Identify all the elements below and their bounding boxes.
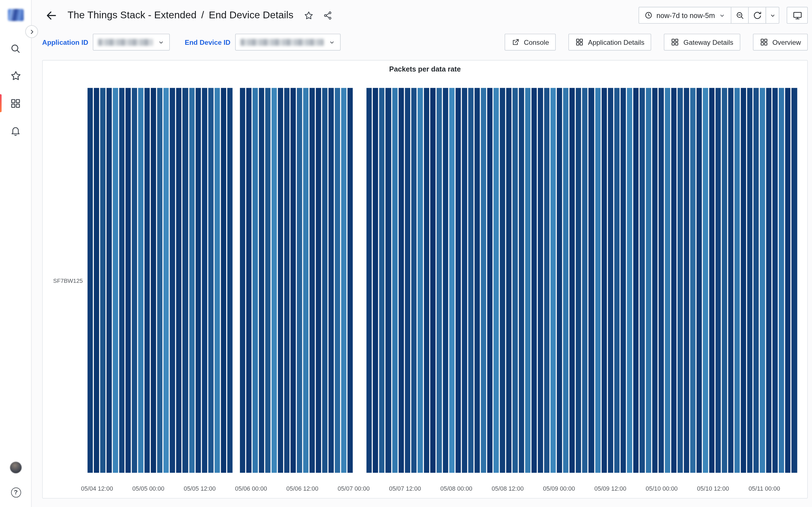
time-controls: now-7d to now-5m bbox=[639, 7, 808, 24]
sidebar-nav bbox=[0, 35, 31, 144]
x-axis: 05/04 12:0005/05 00:0005/05 12:0005/06 0… bbox=[87, 485, 797, 494]
heatmap-cell bbox=[113, 88, 118, 473]
gateway-details-link-button[interactable]: Gateway Details bbox=[664, 34, 741, 51]
application-details-link-button[interactable]: Application Details bbox=[568, 34, 651, 51]
share-button[interactable] bbox=[320, 7, 336, 23]
zoom-out-icon bbox=[735, 11, 744, 20]
heatmap-cell bbox=[392, 88, 397, 473]
user-avatar[interactable] bbox=[10, 462, 22, 473]
heatmap-cell bbox=[348, 88, 353, 473]
heatmap-cell bbox=[627, 88, 632, 473]
refresh-button[interactable] bbox=[748, 7, 766, 24]
heatmap-cell bbox=[684, 88, 689, 473]
heatmap-cell bbox=[430, 88, 435, 473]
heatmap-cell bbox=[474, 88, 480, 473]
heatmap-cell bbox=[354, 88, 359, 473]
heatmap-cell bbox=[310, 88, 315, 473]
heatmap-cell bbox=[760, 88, 765, 473]
heatmap-cell bbox=[221, 88, 226, 473]
heatmap-cell bbox=[557, 88, 562, 473]
caret-down-icon bbox=[769, 12, 776, 18]
heatmap-cell bbox=[513, 88, 518, 473]
heatmap-cell bbox=[525, 88, 530, 473]
variables-bar: Application ID End Device ID Console bbox=[32, 31, 812, 54]
grafana-logo[interactable] bbox=[0, 0, 31, 30]
sidebar-item-starred[interactable] bbox=[0, 62, 31, 90]
time-control-group: now-7d to now-5m bbox=[639, 7, 779, 24]
heatmap-cell bbox=[646, 88, 651, 473]
dashboards-grid-icon bbox=[10, 98, 21, 109]
gateway-details-link-label: Gateway Details bbox=[683, 38, 733, 46]
heatmap-cell bbox=[202, 88, 207, 473]
caret-down-icon bbox=[719, 12, 725, 18]
end-device-id-label: End Device ID bbox=[185, 38, 231, 46]
dashboard-links: Console Application Details Gateway Deta… bbox=[504, 34, 808, 51]
dashboard-title[interactable]: The Things Stack - Extended / End Device… bbox=[67, 10, 293, 21]
end-device-id-select[interactable] bbox=[235, 34, 341, 51]
heatmap-cell bbox=[754, 88, 759, 473]
heatmap-cell bbox=[411, 88, 416, 473]
heatmap-cell bbox=[792, 88, 797, 473]
sidebar-item-search[interactable] bbox=[0, 35, 31, 62]
refresh-icon bbox=[753, 11, 762, 20]
heatmap-cell bbox=[424, 88, 429, 473]
x-axis-tick-label: 05/08 12:00 bbox=[492, 485, 524, 492]
time-range-picker[interactable]: now-7d to now-5m bbox=[639, 7, 731, 24]
x-axis-tick-label: 05/09 12:00 bbox=[594, 485, 626, 492]
sidebar-item-alerting[interactable] bbox=[0, 117, 31, 144]
heatmap-cell bbox=[125, 88, 131, 473]
console-link-button[interactable]: Console bbox=[504, 34, 556, 51]
overview-link-button[interactable]: Overview bbox=[753, 34, 808, 51]
heatmap-cell bbox=[265, 88, 270, 473]
heatmap-cell bbox=[589, 88, 594, 473]
refresh-interval-dropdown[interactable] bbox=[765, 7, 779, 24]
sidebar-expand-button[interactable] bbox=[26, 25, 38, 38]
heatmap-cell bbox=[766, 88, 772, 473]
heatmap-cell bbox=[163, 88, 169, 473]
heatmap-cell bbox=[519, 88, 524, 473]
x-axis-tick-label: 05/05 00:00 bbox=[132, 485, 164, 492]
x-axis-tick-label: 05/09 00:00 bbox=[543, 485, 575, 492]
sidebar-item-help[interactable]: ? bbox=[0, 482, 32, 503]
panel-packets-per-data-rate: Packets per data rate SF7BW125 05/04 12:… bbox=[42, 60, 808, 499]
main-content: The Things Stack - Extended / End Device… bbox=[32, 0, 812, 507]
back-button[interactable] bbox=[42, 6, 60, 24]
heatmap-cell bbox=[633, 88, 638, 473]
panel-title[interactable]: Packets per data rate bbox=[43, 61, 807, 73]
kiosk-mode-button[interactable] bbox=[786, 7, 808, 24]
variable-application-id: Application ID bbox=[42, 34, 170, 51]
zoom-out-button[interactable] bbox=[731, 7, 749, 24]
heatmap-cell bbox=[151, 88, 156, 473]
heatmap-cell bbox=[741, 88, 746, 473]
overview-link-label: Overview bbox=[772, 38, 801, 46]
application-id-label: Application ID bbox=[42, 38, 88, 46]
heatmap-cell bbox=[145, 88, 150, 473]
heatmap-cell bbox=[107, 88, 112, 473]
heatmap-cell bbox=[437, 88, 442, 473]
heatmap-cell bbox=[652, 88, 658, 473]
heatmap-cell bbox=[132, 88, 137, 473]
heatmap-cell bbox=[481, 88, 486, 473]
heatmap-cell bbox=[284, 88, 290, 473]
heatmap-cell bbox=[87, 88, 93, 473]
heatmap-cell bbox=[138, 88, 144, 473]
heatmap-cell bbox=[531, 88, 537, 473]
sidebar: ? bbox=[0, 0, 32, 507]
heatmap-cell bbox=[455, 88, 461, 473]
sidebar-bottom: ? bbox=[0, 462, 32, 507]
heatmap-cell bbox=[341, 88, 347, 473]
favorite-star-button[interactable] bbox=[301, 7, 317, 23]
sidebar-item-dashboards[interactable] bbox=[0, 90, 31, 117]
heatmap-cell bbox=[620, 88, 626, 473]
heatmap-cell bbox=[601, 88, 607, 473]
chevron-right-icon bbox=[28, 28, 35, 35]
heatmap-plot-area[interactable] bbox=[87, 88, 797, 473]
application-id-value-redacted bbox=[98, 39, 153, 45]
heatmap-cell bbox=[677, 88, 683, 473]
heatmap-cell bbox=[119, 88, 124, 473]
caret-down-icon bbox=[328, 39, 335, 45]
application-details-link-label: Application Details bbox=[588, 38, 645, 46]
application-id-select[interactable] bbox=[93, 34, 170, 51]
heatmap-cell bbox=[785, 88, 791, 473]
heatmap-cell bbox=[728, 88, 733, 473]
